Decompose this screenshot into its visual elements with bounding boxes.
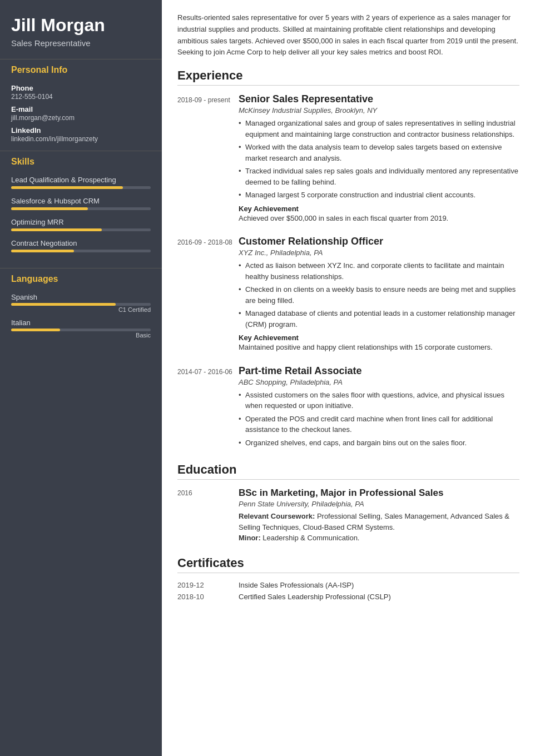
edu-degree: BSc in Marketing, Major in Professional … [239, 488, 519, 499]
certificates-section: Certificates 2019-12 Inside Sales Profes… [177, 556, 519, 601]
skill-item: Salesforce & Hubspot CRM [11, 197, 151, 210]
exp-job-title: Senior Sales Representative [239, 93, 519, 105]
education-label: Education [177, 462, 519, 480]
email-label: E-mail [11, 105, 151, 113]
skill-bar-bg [11, 250, 151, 252]
phone-label: Phone [11, 84, 151, 92]
phone-value: 212-555-0104 [11, 93, 151, 101]
personal-info-section: Personal Info Phone 212-555-0104 E-mail … [0, 59, 162, 151]
edu-school: Penn State University, Philadelphia, PA [239, 500, 519, 508]
experience-entry: 2014-07 - 2016-06 Part-time Retail Assoc… [177, 365, 519, 451]
edu-minor: Minor: Leadership & Communication. [239, 533, 519, 544]
language-bar-bg [11, 303, 151, 306]
language-cert: Basic [11, 332, 151, 339]
exp-bullets: Acted as liaison between XYZ Inc. and co… [239, 260, 519, 330]
education-entry: 2016 BSc in Marketing, Major in Professi… [177, 488, 519, 544]
cert-name: Inside Sales Professionals (AA-ISP) [239, 581, 354, 589]
edu-date: 2016 [177, 488, 239, 544]
bullet-item: Managed organizational sales and group o… [239, 118, 519, 140]
personal-info-label: Personal Info [0, 59, 162, 78]
skill-item: Contract Negotiation [11, 239, 151, 252]
skill-bar-fill [11, 250, 74, 252]
experience-entry: 2018-09 - present Senior Sales Represent… [177, 93, 519, 223]
exp-job-title: Customer Relationship Officer [239, 236, 519, 247]
certificate-entry: 2018-10 Certified Sales Leadership Profe… [177, 593, 519, 601]
achievement-label: Key Achievement [239, 205, 519, 213]
bullet-item: Assisted customers on the sales floor wi… [239, 390, 519, 411]
cert-date: 2018-10 [177, 593, 239, 601]
exp-company: XYZ Inc., Philadelphia, PA [239, 248, 519, 257]
exp-date: 2018-09 - present [177, 93, 239, 223]
exp-body: Senior Sales Representative McKinsey Ind… [239, 93, 519, 223]
skill-bar-fill [11, 207, 88, 210]
email-value: jill.morgan@zety.com [11, 114, 151, 122]
bullet-item: Worked with the data analysis team to de… [239, 142, 519, 163]
skills-section: Skills Lead Qualification & Prospecting … [0, 151, 162, 268]
bullet-item: Tracked individual sales rep sales goals… [239, 166, 519, 187]
skill-bar-bg [11, 207, 151, 210]
exp-date: 2016-09 - 2018-08 [177, 236, 239, 353]
exp-company: ABC Shopping, Philadelphia, PA [239, 378, 519, 386]
bullet-item: Managed largest 5 corporate construction… [239, 190, 519, 201]
exp-company: McKinsey Industrial Supplies, Brooklyn, … [239, 106, 519, 115]
bullet-item: Organized shelves, end caps, and bargain… [239, 437, 519, 449]
languages-label: Languages [0, 268, 162, 287]
skill-bar-fill [11, 228, 102, 231]
experience-section: Experience 2018-09 - present Senior Sale… [177, 68, 519, 450]
achievement-text: Maintained positive and happy client rel… [239, 342, 519, 353]
skill-name: Salesforce & Hubspot CRM [11, 197, 151, 205]
language-bar-bg [11, 329, 151, 331]
language-bar-fill [11, 329, 60, 331]
language-name: Spanish [11, 293, 151, 301]
summary-text: Results-oriented sales representative fo… [177, 12, 519, 58]
achievement-label: Key Achievement [239, 334, 519, 342]
exp-date: 2014-07 - 2016-06 [177, 365, 239, 451]
edu-body: BSc in Marketing, Major in Professional … [239, 488, 519, 544]
cert-date: 2019-12 [177, 581, 239, 589]
resume-container: Jill Morgan Sales Representative Persona… [0, 0, 535, 756]
candidate-name: Jill Morgan [11, 16, 151, 35]
bullet-item: Managed database of clients and potentia… [239, 308, 519, 330]
experience-label: Experience [177, 68, 519, 86]
exp-bullets: Managed organizational sales and group o… [239, 118, 519, 201]
skill-name: Contract Negotiation [11, 239, 151, 247]
education-section: Education 2016 BSc in Marketing, Major i… [177, 462, 519, 544]
certificates-label: Certificates [177, 556, 519, 573]
skill-item: Optimizing MRR [11, 218, 151, 231]
languages-section: Languages Spanish C1 Certified Italian B… [0, 268, 162, 352]
experience-entry: 2016-09 - 2018-08 Customer Relationship … [177, 236, 519, 353]
bullet-item: Operated the POS and credit card machine… [239, 414, 519, 435]
edu-coursework: Relevant Coursework: Professional Sellin… [239, 511, 519, 533]
linkedin-value: linkedin.com/in/jillmorganzety [11, 135, 151, 143]
cert-name: Certified Sales Leadership Professional … [239, 593, 391, 601]
linkedin-label: LinkedIn [11, 126, 151, 135]
main-content: Results-oriented sales representative fo… [162, 0, 535, 756]
bullet-item: Acted as liaison between XYZ Inc. and co… [239, 260, 519, 282]
skill-bar-bg [11, 186, 151, 189]
language-item: Italian Basic [11, 319, 151, 339]
skill-name: Lead Qualification & Prospecting [11, 176, 151, 184]
language-item: Spanish C1 Certified [11, 293, 151, 313]
language-name: Italian [11, 319, 151, 327]
skill-name: Optimizing MRR [11, 218, 151, 226]
sidebar-header: Jill Morgan Sales Representative [0, 0, 162, 59]
certificate-entry: 2019-12 Inside Sales Professionals (AA-I… [177, 581, 519, 589]
exp-body: Customer Relationship Officer XYZ Inc., … [239, 236, 519, 353]
exp-bullets: Assisted customers on the sales floor wi… [239, 390, 519, 449]
language-bar-fill [11, 303, 116, 306]
exp-job-title: Part-time Retail Associate [239, 365, 519, 377]
candidate-title: Sales Representative [11, 38, 151, 48]
language-cert: C1 Certified [11, 306, 151, 313]
skill-item: Lead Qualification & Prospecting [11, 176, 151, 189]
exp-body: Part-time Retail Associate ABC Shopping,… [239, 365, 519, 451]
skill-bar-bg [11, 228, 151, 231]
skill-bar-fill [11, 186, 123, 189]
sidebar: Jill Morgan Sales Representative Persona… [0, 0, 162, 756]
bullet-item: Checked in on clients on a weekly basis … [239, 284, 519, 306]
skills-label: Skills [0, 151, 162, 170]
achievement-text: Achieved over $500,000 in sales in each … [239, 213, 519, 224]
